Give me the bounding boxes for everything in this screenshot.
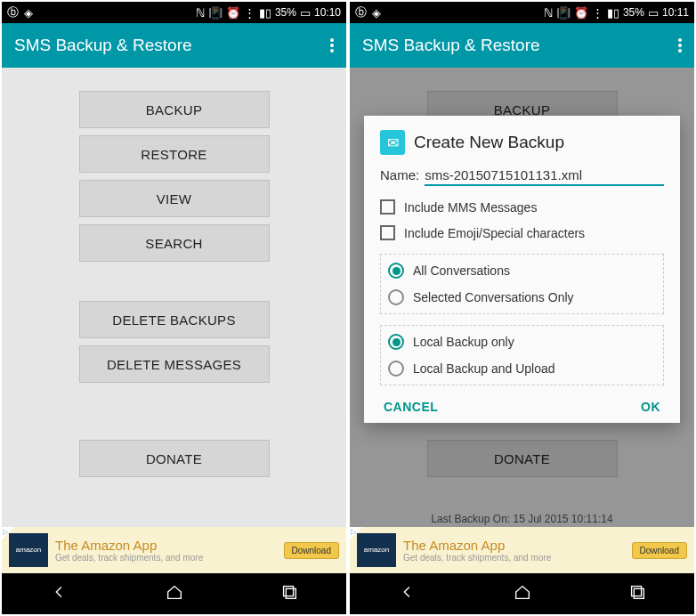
- cancel-button[interactable]: CANCEL: [384, 400, 438, 414]
- selected-conversations-radio[interactable]: Selected Conversations Only: [388, 287, 656, 308]
- backup-location-group: Local Backup only Local Backup and Uploa…: [380, 325, 664, 385]
- checkbox-icon: [380, 199, 395, 215]
- shield-icon: ◈: [24, 6, 33, 20]
- ad-title: The Amazon App: [403, 538, 625, 553]
- wifi-icon: ⋮: [244, 6, 255, 20]
- radio-selected-icon: [388, 263, 404, 279]
- include-mms-label: Include MMS Messages: [404, 200, 537, 215]
- nav-bar: [350, 573, 694, 614]
- svg-rect-1: [286, 588, 295, 598]
- phone-left: ⓑ ◈ ℕ 📳 ⏰ ⋮ ▮▯ 35% ▭ 10:10 SMS Backup & …: [2, 2, 346, 614]
- battery-percent: 35%: [275, 6, 296, 19]
- radio-icon: [388, 289, 404, 305]
- delete-backups-button[interactable]: DELETE BACKUPS: [79, 301, 270, 338]
- phone-right: ⓑ ◈ ℕ 📳 ⏰ ⋮ ▮▯ 35% ▭ 10:11 SMS Backup & …: [350, 2, 694, 614]
- delete-messages-button[interactable]: DELETE MESSAGES: [79, 345, 270, 383]
- alarm-icon: ⏰: [574, 6, 588, 20]
- alarm-icon: ⏰: [226, 6, 240, 20]
- app-bar: SMS Backup & Restore: [350, 23, 694, 68]
- ad-banner[interactable]: ▷ amazon The Amazon App Get deals, track…: [2, 527, 346, 573]
- checkbox-icon: [380, 225, 395, 240]
- ok-button[interactable]: OK: [641, 400, 660, 414]
- local-upload-radio[interactable]: Local Backup and Upload: [388, 358, 656, 379]
- app-bar: SMS Backup & Restore: [2, 23, 346, 68]
- battery-icon: ▭: [300, 6, 311, 20]
- conversation-scope-group: All Conversations Selected Conversations…: [380, 254, 664, 314]
- wifi-icon: ⋮: [592, 6, 603, 20]
- ad-title: The Amazon App: [55, 538, 277, 553]
- vibrate-icon: 📳: [208, 6, 223, 20]
- overflow-menu-button[interactable]: [330, 38, 334, 53]
- ad-subtitle: Get deals, track shipments, and more: [403, 553, 625, 563]
- svg-rect-3: [634, 588, 643, 598]
- all-conversations-label: All Conversations: [413, 263, 510, 278]
- ad-download-button[interactable]: Download: [632, 542, 687, 559]
- all-conversations-radio[interactable]: All Conversations: [388, 260, 656, 281]
- local-only-radio[interactable]: Local Backup only: [388, 331, 656, 353]
- include-emoji-checkbox[interactable]: Include Emoji/Special characters: [380, 223, 664, 243]
- signal-icon: ▮▯: [607, 6, 619, 20]
- status-bar: ⓑ ◈ ℕ 📳 ⏰ ⋮ ▮▯ 35% ▭ 10:11: [350, 2, 694, 23]
- status-time: 10:11: [662, 6, 689, 19]
- bike-icon: ⓑ: [355, 4, 367, 20]
- nfc-icon: ℕ: [544, 6, 553, 20]
- recents-button[interactable]: [279, 582, 299, 605]
- local-only-label: Local Backup only: [413, 335, 514, 349]
- radio-selected-icon: [388, 334, 404, 350]
- name-label: Name:: [380, 167, 419, 182]
- ad-logo: amazon: [9, 533, 48, 567]
- backup-button[interactable]: BACKUP: [79, 91, 270, 128]
- adchoices-icon: ▷: [351, 528, 356, 536]
- ad-logo: amazon: [357, 533, 396, 567]
- include-mms-checkbox[interactable]: Include MMS Messages: [380, 197, 664, 217]
- overflow-menu-button[interactable]: [678, 38, 682, 53]
- create-backup-dialog: ✉ Create New Backup Name: Include MMS Me…: [364, 116, 680, 423]
- restore-button[interactable]: RESTORE: [79, 135, 270, 173]
- ad-download-button[interactable]: Download: [284, 542, 339, 559]
- include-emoji-label: Include Emoji/Special characters: [404, 226, 585, 240]
- back-button[interactable]: [398, 582, 417, 605]
- app-title: SMS Backup & Restore: [362, 36, 540, 55]
- search-button[interactable]: SEARCH: [79, 224, 270, 262]
- home-button[interactable]: [513, 582, 532, 605]
- backup-name-input[interactable]: [425, 166, 664, 186]
- selected-conversations-label: Selected Conversations Only: [413, 290, 574, 304]
- ad-banner[interactable]: ▷ amazon The Amazon App Get deals, track…: [350, 527, 694, 573]
- back-button[interactable]: [50, 582, 69, 605]
- ad-subtitle: Get deals, track shipments, and more: [55, 553, 277, 563]
- vibrate-icon: 📳: [556, 6, 571, 20]
- signal-icon: ▮▯: [259, 6, 271, 20]
- shield-icon: ◈: [372, 6, 381, 20]
- status-time: 10:10: [314, 6, 341, 19]
- svg-rect-2: [631, 587, 641, 596]
- recents-button[interactable]: [627, 582, 647, 605]
- view-button[interactable]: VIEW: [79, 180, 270, 217]
- bike-icon: ⓑ: [7, 4, 19, 20]
- battery-percent: 35%: [623, 6, 644, 19]
- radio-icon: [388, 361, 404, 377]
- svg-rect-0: [283, 587, 293, 596]
- status-bar: ⓑ ◈ ℕ 📳 ⏰ ⋮ ▮▯ 35% ▭ 10:10: [2, 2, 346, 23]
- app-title: SMS Backup & Restore: [14, 36, 192, 55]
- home-button[interactable]: [165, 582, 184, 605]
- local-upload-label: Local Backup and Upload: [413, 361, 555, 376]
- dialog-app-icon: ✉: [380, 130, 405, 155]
- nfc-icon: ℕ: [196, 6, 205, 20]
- dialog-title: Create New Backup: [414, 133, 564, 152]
- battery-icon: ▭: [648, 6, 659, 20]
- nav-bar: [2, 573, 346, 614]
- donate-button[interactable]: DONATE: [79, 440, 270, 477]
- adchoices-icon: ▷: [3, 528, 8, 536]
